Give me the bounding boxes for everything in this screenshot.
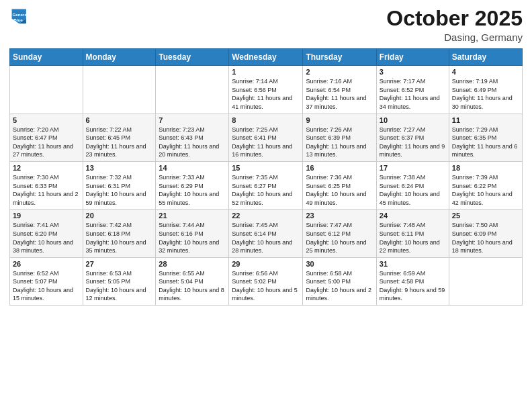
- sunrise: Sunrise: 7:27 AM: [380, 126, 426, 133]
- day-number: 8: [232, 116, 300, 124]
- calendar-cell: 7Sunrise: 7:23 AMSunset: 6:43 PMDaylight…: [156, 113, 229, 161]
- day-number: 10: [380, 116, 446, 124]
- sunset: Sunset: 6:35 PM: [452, 134, 497, 141]
- day-info: Sunrise: 7:25 AMSunset: 6:41 PMDaylight:…: [232, 126, 300, 159]
- day-number: 24: [380, 212, 446, 220]
- day-number: 7: [159, 116, 226, 124]
- calendar-cell: 10Sunrise: 7:27 AMSunset: 6:37 PMDayligh…: [376, 113, 449, 161]
- calendar-cell: 1Sunrise: 7:14 AMSunset: 6:56 PMDaylight…: [229, 66, 303, 113]
- daylight-hours: Daylight: 11 hours and 23 minutes.: [86, 143, 146, 158]
- day-number: 19: [13, 212, 80, 220]
- daylight-hours: Daylight: 11 hours and 27 minutes.: [13, 143, 73, 158]
- calendar-cell: 19Sunrise: 7:41 AMSunset: 6:20 PMDayligh…: [10, 210, 83, 257]
- title-block: October 2025 Dasing, Germany: [386, 7, 523, 43]
- month-title: October 2025: [386, 7, 523, 30]
- day-info: Sunrise: 7:33 AMSunset: 6:29 PMDaylight:…: [159, 173, 226, 207]
- day-info: Sunrise: 7:29 AMSunset: 6:35 PMDaylight:…: [452, 126, 519, 159]
- daylight-hours: Daylight: 11 hours and 2 minutes.: [13, 191, 79, 206]
- sunrise: Sunrise: 7:25 AM: [232, 126, 278, 133]
- daylight-hours: Daylight: 10 hours and 52 minutes.: [232, 191, 292, 206]
- sunrise: Sunrise: 7:16 AM: [306, 78, 352, 85]
- calendar-cell: 22Sunrise: 7:45 AMSunset: 6:14 PMDayligh…: [229, 210, 303, 257]
- daylight-hours: Daylight: 10 hours and 55 minutes.: [159, 191, 219, 206]
- sunrise: Sunrise: 7:48 AM: [380, 222, 426, 228]
- sunset: Sunset: 6:25 PM: [306, 183, 351, 189]
- header-sunday: Sunday: [10, 49, 83, 66]
- day-info: Sunrise: 7:36 AMSunset: 6:25 PMDaylight:…: [306, 173, 373, 207]
- calendar-cell: [10, 66, 83, 113]
- header-tuesday: Tuesday: [156, 49, 229, 66]
- sunrise: Sunrise: 7:36 AM: [306, 174, 352, 181]
- sunset: Sunset: 6:27 PM: [232, 183, 277, 189]
- calendar-cell: 28Sunrise: 6:55 AMSunset: 5:04 PMDayligh…: [156, 257, 229, 305]
- sunset: Sunset: 6:24 PM: [380, 183, 425, 189]
- day-info: Sunrise: 7:44 AMSunset: 6:16 PMDaylight:…: [159, 221, 226, 255]
- day-number: 12: [13, 164, 80, 172]
- day-info: Sunrise: 7:41 AMSunset: 6:20 PMDaylight:…: [13, 221, 80, 255]
- daylight-hours: Daylight: 10 hours and 49 minutes.: [306, 191, 366, 206]
- sunrise: Sunrise: 7:39 AM: [452, 174, 498, 181]
- calendar-cell: [83, 66, 156, 113]
- calendar-cell: 9Sunrise: 7:26 AMSunset: 6:39 PMDaylight…: [303, 113, 376, 161]
- day-info: Sunrise: 6:53 AMSunset: 5:05 PMDaylight:…: [86, 269, 153, 303]
- week-row-1: 1Sunrise: 7:14 AMSunset: 6:56 PMDaylight…: [10, 66, 523, 113]
- daylight-hours: Daylight: 10 hours and 28 minutes.: [232, 239, 292, 255]
- sunset: Sunset: 6:37 PM: [380, 134, 425, 141]
- day-info: Sunrise: 7:50 AMSunset: 6:09 PMDaylight:…: [452, 221, 519, 255]
- calendar-cell: [449, 257, 522, 305]
- daylight-hours: Daylight: 10 hours and 59 minutes.: [86, 191, 146, 206]
- sunset: Sunset: 6:31 PM: [86, 183, 131, 189]
- day-number: 1: [232, 68, 300, 76]
- sunrise: Sunrise: 7:19 AM: [452, 78, 498, 85]
- day-info: Sunrise: 7:20 AMSunset: 6:47 PMDaylight:…: [13, 126, 80, 159]
- day-info: Sunrise: 7:47 AMSunset: 6:12 PMDaylight:…: [306, 221, 373, 255]
- day-info: Sunrise: 7:42 AMSunset: 6:18 PMDaylight:…: [86, 221, 153, 255]
- header: General Blue October 2025 Dasing, German…: [9, 7, 523, 43]
- sunrise: Sunrise: 7:29 AM: [452, 126, 498, 133]
- calendar-cell: 31Sunrise: 6:59 AMSunset: 4:58 PMDayligh…: [376, 257, 449, 305]
- sunset: Sunset: 6:29 PM: [159, 183, 204, 189]
- day-number: 26: [13, 260, 80, 268]
- sunrise: Sunrise: 6:52 AM: [13, 270, 59, 277]
- sunset: Sunset: 6:43 PM: [159, 134, 204, 141]
- daylight-hours: Daylight: 10 hours and 22 minutes.: [380, 239, 440, 255]
- daylight-hours: Daylight: 10 hours and 2 minutes.: [306, 287, 371, 302]
- header-friday: Friday: [376, 49, 449, 66]
- daylight-hours: Daylight: 11 hours and 13 minutes.: [306, 143, 366, 158]
- sunset: Sunset: 6:49 PM: [452, 87, 497, 93]
- sunrise: Sunrise: 7:33 AM: [159, 174, 205, 181]
- sunrise: Sunrise: 7:17 AM: [380, 78, 426, 85]
- week-row-5: 26Sunrise: 6:52 AMSunset: 5:07 PMDayligh…: [10, 257, 523, 305]
- sunrise: Sunrise: 7:41 AM: [13, 222, 59, 228]
- calendar-cell: 16Sunrise: 7:36 AMSunset: 6:25 PMDayligh…: [303, 161, 376, 209]
- daylight-hours: Daylight: 11 hours and 6 minutes.: [452, 143, 518, 158]
- day-number: 23: [306, 212, 373, 220]
- day-info: Sunrise: 6:55 AMSunset: 5:04 PMDaylight:…: [159, 269, 226, 303]
- svg-text:Blue: Blue: [13, 17, 23, 22]
- calendar-cell: 14Sunrise: 7:33 AMSunset: 6:29 PMDayligh…: [156, 161, 229, 209]
- daylight-hours: Daylight: 11 hours and 41 minutes.: [232, 95, 292, 110]
- daylight-hours: Daylight: 10 hours and 38 minutes.: [13, 239, 73, 255]
- calendar-cell: 27Sunrise: 6:53 AMSunset: 5:05 PMDayligh…: [83, 257, 156, 305]
- calendar-cell: 21Sunrise: 7:44 AMSunset: 6:16 PMDayligh…: [156, 210, 229, 257]
- sunset: Sunset: 6:16 PM: [159, 230, 204, 237]
- sunrise: Sunrise: 7:45 AM: [232, 222, 278, 228]
- day-info: Sunrise: 7:26 AMSunset: 6:39 PMDaylight:…: [306, 126, 373, 159]
- week-row-2: 5Sunrise: 7:20 AMSunset: 6:47 PMDaylight…: [10, 113, 523, 161]
- daylight-hours: Daylight: 9 hours and 59 minutes.: [380, 287, 445, 302]
- sunset: Sunset: 6:41 PM: [232, 134, 277, 141]
- sunrise: Sunrise: 7:20 AM: [13, 126, 59, 133]
- header-monday: Monday: [83, 49, 156, 66]
- day-number: 30: [306, 260, 373, 268]
- logo: General Blue: [9, 7, 31, 28]
- sunset: Sunset: 5:05 PM: [86, 278, 131, 285]
- calendar-cell: 8Sunrise: 7:25 AMSunset: 6:41 PMDaylight…: [229, 113, 303, 161]
- day-number: 22: [232, 212, 300, 220]
- location: Dasing, Germany: [386, 32, 523, 43]
- day-info: Sunrise: 7:17 AMSunset: 6:52 PMDaylight:…: [380, 77, 446, 111]
- day-info: Sunrise: 6:58 AMSunset: 5:00 PMDaylight:…: [306, 269, 373, 303]
- sunrise: Sunrise: 7:44 AM: [159, 222, 205, 228]
- day-number: 21: [159, 212, 226, 220]
- day-number: 9: [306, 116, 373, 124]
- daylight-hours: Daylight: 10 hours and 5 minutes.: [232, 287, 298, 302]
